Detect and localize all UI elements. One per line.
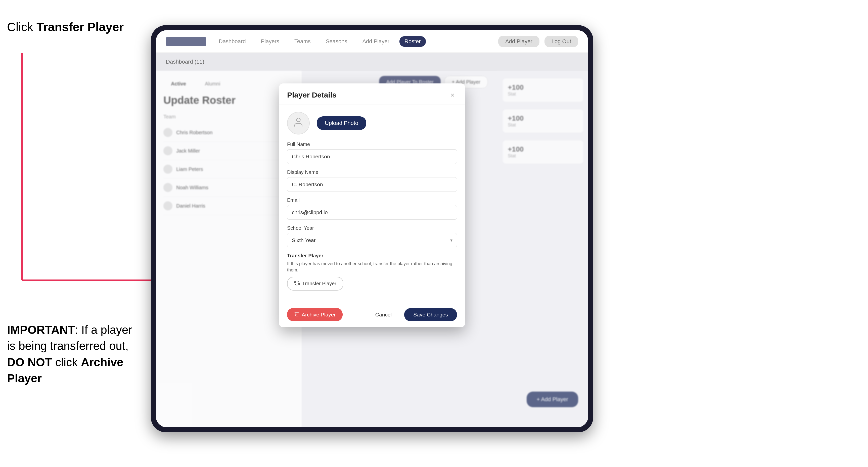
cancel-button[interactable]: Cancel	[368, 308, 399, 321]
player-row: Liam Peters +100	[163, 160, 294, 179]
archive-player-button[interactable]: Archive Player	[287, 308, 343, 321]
photo-section: Upload Photo	[287, 112, 457, 134]
update-roster-title: Update Roster	[163, 94, 294, 106]
app-header: Dashboard Players Teams Seasons Add Play…	[156, 30, 588, 53]
player-details-modal: Player Details ×	[279, 84, 465, 327]
nav-item-players[interactable]: Players	[256, 36, 284, 47]
player-row: Noah Williams +100	[163, 179, 294, 197]
header-add-player-btn[interactable]: Add Player	[498, 36, 539, 47]
annotation-prefix: Click	[7, 20, 36, 34]
player-avatar-4	[163, 183, 173, 192]
app-logo	[166, 37, 206, 46]
display-name-group: Display Name	[287, 169, 457, 192]
tab-active[interactable]: Active	[163, 79, 193, 89]
photo-placeholder	[287, 112, 310, 134]
nav-item-dashboard[interactable]: Dashboard	[214, 36, 251, 47]
svg-point-3	[297, 118, 300, 122]
archive-icon	[294, 311, 299, 318]
transfer-player-button[interactable]: Transfer Player	[287, 277, 343, 290]
player-name-2: Jack Miller	[176, 148, 280, 154]
transfer-player-section: Transfer Player If this player has moved…	[287, 253, 457, 290]
player-avatar-3	[163, 165, 173, 174]
nav-item-teams[interactable]: Teams	[289, 36, 316, 47]
annotation-do-not: DO NOT	[7, 356, 52, 369]
transfer-section-desc: If this player has moved to another scho…	[287, 261, 457, 273]
team-label: Team	[163, 114, 294, 120]
modal-header: Player Details ×	[279, 84, 465, 105]
save-changes-button[interactable]: Save Changes	[404, 308, 457, 321]
email-label: Email	[287, 197, 457, 203]
school-year-group: School Year First Year Second Year Third…	[287, 225, 457, 247]
tab-alumni[interactable]: Alumni	[197, 79, 228, 89]
archive-player-btn-label: Archive Player	[302, 312, 336, 318]
display-name-input[interactable]	[287, 177, 457, 192]
player-name-3: Liam Peters	[176, 166, 280, 172]
transfer-icon	[294, 280, 300, 287]
modal-title: Player Details	[287, 91, 337, 99]
player-row: Chris Robertson +100	[163, 123, 294, 142]
full-name-input[interactable]	[287, 149, 457, 164]
player-name-1: Chris Robertson	[176, 130, 280, 135]
upload-photo-button[interactable]: Upload Photo	[317, 116, 366, 130]
player-name-4: Noah Williams	[176, 185, 280, 190]
nav-item-roster[interactable]: Roster	[399, 36, 426, 47]
full-name-label: Full Name	[287, 142, 457, 147]
breadcrumb: Dashboard (11)	[166, 59, 205, 65]
school-year-label: School Year	[287, 225, 457, 231]
right-stats-panel: +100 Stat +100 Stat +100 Stat	[498, 71, 588, 427]
full-name-group: Full Name	[287, 142, 457, 164]
transfer-player-btn-label: Transfer Player	[302, 281, 336, 286]
annotation-important: IMPORTANT	[7, 323, 75, 336]
transfer-section-title: Transfer Player	[287, 253, 457, 259]
sub-header: Dashboard (11)	[156, 53, 588, 71]
display-name-label: Display Name	[287, 169, 457, 175]
modal-footer: Archive Player Cancel Save Changes	[279, 304, 465, 327]
annotation-bottom: IMPORTANT: If a player is being transfer…	[7, 322, 138, 386]
person-icon	[293, 117, 304, 130]
player-row: Daniel Harris +100	[163, 197, 294, 215]
email-input[interactable]	[287, 205, 457, 220]
modal-close-button[interactable]: ×	[448, 91, 457, 99]
player-avatar-5	[163, 201, 173, 210]
nav-item-seasons[interactable]: Seasons	[321, 36, 352, 47]
annotation-bold: Transfer Player	[36, 20, 124, 34]
header-logout-btn[interactable]: Log Out	[545, 36, 578, 47]
school-year-select[interactable]: First Year Second Year Third Year Fourth…	[287, 233, 457, 247]
player-avatar-1	[163, 128, 173, 137]
player-name-5: Daniel Harris	[176, 203, 280, 209]
school-year-select-wrapper: First Year Second Year Third Year Fourth…	[287, 233, 457, 247]
tablet-screen: Dashboard Players Teams Seasons Add Play…	[156, 30, 588, 427]
player-row: Jack Miller +100	[163, 142, 294, 160]
player-avatar-2	[163, 146, 173, 155]
content-area: Active Alumni Update Roster Team Chris R…	[156, 71, 588, 427]
nav-items: Dashboard Players Teams Seasons Add Play…	[214, 36, 491, 47]
annotation-top: Click Transfer Player	[7, 20, 124, 34]
header-right: Add Player Log Out	[498, 36, 578, 47]
nav-item-addplayer[interactable]: Add Player	[357, 36, 395, 47]
add-player-bottom-btn[interactable]: + Add Player	[527, 392, 578, 407]
tablet-device: Dashboard Players Teams Seasons Add Play…	[151, 25, 593, 432]
modal-body: Upload Photo Full Name Display Name	[279, 105, 465, 304]
email-group: Email	[287, 197, 457, 220]
